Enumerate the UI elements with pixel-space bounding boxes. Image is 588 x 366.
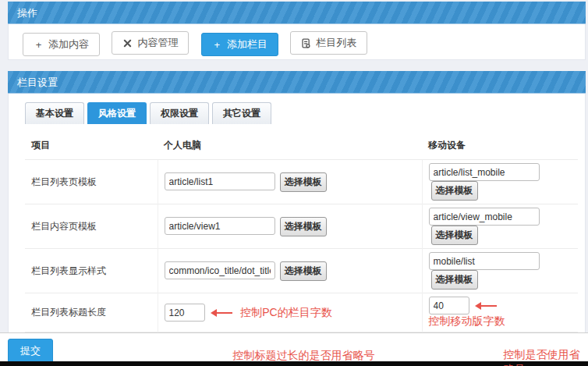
red-arrow-left-icon	[212, 312, 232, 314]
list-style-mobile-input[interactable]	[429, 252, 540, 270]
operations-header: 操作	[8, 2, 586, 24]
table-row: 栏目内容页模板 选择模板 选择模板	[25, 204, 578, 249]
operations-toolbar: + 添加内容 内容管理 + 添加栏目 栏目列表	[8, 24, 586, 60]
operations-title: 操作	[17, 7, 37, 19]
select-template-button[interactable]: 选择模板	[280, 172, 327, 192]
category-list-button[interactable]: 栏目列表	[290, 31, 367, 55]
list-template-pc-input[interactable]	[165, 172, 275, 190]
select-template-button[interactable]: 选择模板	[280, 217, 327, 236]
table-row: 栏目列表标题长度 控制PC的栏目字数 控制移动版字数	[25, 293, 578, 332]
add-content-button[interactable]: + 添加内容	[23, 33, 100, 56]
category-settings-title: 栏目设置	[17, 76, 58, 88]
title-length-mobile-input[interactable]	[429, 297, 469, 314]
category-settings-panel: 基本设置 风格设置 权限设置 其它设置 项目 个人电脑 移动设备 栏目列表页模板…	[8, 94, 586, 337]
col-header-item: 项目	[25, 133, 158, 160]
title-length-pc-input[interactable]	[165, 304, 205, 322]
table-row: 栏目列表页模板 选择模板 选择模板	[25, 160, 578, 204]
tab-other-settings[interactable]: 其它设置	[212, 102, 271, 124]
add-content-label: 添加内容	[48, 37, 89, 52]
category-settings-header: 栏目设置	[8, 71, 586, 94]
settings-tabs: 基本设置 风格设置 权限设置 其它设置	[25, 102, 585, 124]
tab-style-settings[interactable]: 风格设置	[87, 102, 147, 124]
annotation-mobile-char-count: 控制移动版字数	[429, 314, 505, 327]
annotation-ellipsis-pc: 控制标题过长的是否用省略号	[233, 349, 375, 363]
tab-permission-settings[interactable]: 权限设置	[150, 102, 209, 124]
select-template-button[interactable]: 选择模板	[280, 261, 327, 281]
list-template-mobile-input[interactable]	[429, 163, 540, 181]
tools-icon	[122, 38, 133, 48]
section-gap	[8, 60, 586, 71]
col-header-mobile: 移动设备	[422, 133, 578, 160]
category-list-label: 栏目列表	[316, 36, 356, 50]
list-style-pc-input[interactable]	[165, 261, 275, 279]
col-header-pc: 个人电脑	[158, 133, 422, 160]
plus-icon: +	[34, 40, 44, 50]
content-manage-button[interactable]: 内容管理	[112, 31, 189, 55]
plus-icon: +	[212, 40, 222, 50]
select-template-button[interactable]: 选择模板	[431, 270, 478, 290]
row-label: 栏目列表标题长度	[25, 293, 158, 332]
content-manage-label: 内容管理	[137, 36, 178, 50]
settings-table: 项目 个人电脑 移动设备 栏目列表页模板 选择模板 选择模板	[25, 133, 578, 366]
table-row: 栏目列表显示样式 选择模板 选择模板	[25, 249, 578, 293]
select-template-button[interactable]: 选择模板	[431, 226, 478, 245]
annotation-pc-char-count: 控制PC的栏目字数	[240, 306, 331, 318]
submit-button[interactable]: 提交	[8, 339, 53, 364]
row-label: 栏目列表页模板	[25, 160, 158, 204]
red-arrow-left-icon	[476, 305, 497, 307]
content-template-mobile-input[interactable]	[429, 208, 540, 226]
add-category-button[interactable]: + 添加栏目	[201, 33, 278, 56]
page: 操作 + 添加内容 内容管理 + 添加栏目	[0, 0, 588, 366]
annotation-ellipsis-mobile: 控制是否使用省略号	[504, 347, 588, 366]
row-label: 栏目内容页模板	[25, 204, 158, 249]
select-template-button[interactable]: 选择模板	[431, 181, 478, 201]
content-template-pc-input[interactable]	[165, 217, 275, 235]
row-label: 栏目列表显示样式	[25, 249, 158, 293]
tab-basic-settings[interactable]: 基本设置	[25, 102, 84, 124]
list-icon	[301, 38, 311, 48]
add-category-label: 添加栏目	[227, 37, 267, 52]
table-header-row: 项目 个人电脑 移动设备	[25, 133, 578, 160]
